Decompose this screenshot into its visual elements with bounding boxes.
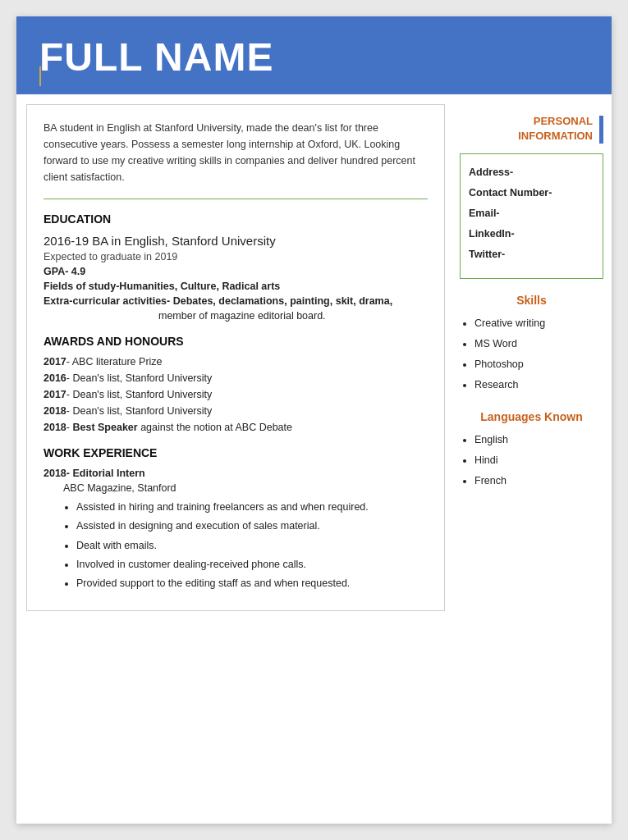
skill-1: Creative writing (474, 313, 603, 334)
work-section: WORK EXPERIENCE 2018- Editorial Intern A… (44, 446, 428, 592)
award-item-2: 2016- Dean's list, Stanford University (44, 372, 428, 384)
body-section: BA student in English at Stanford Univer… (16, 94, 612, 621)
award-bold-5: Best Speaker (72, 422, 137, 433)
languages-list: English Hindi French (474, 430, 603, 491)
header-section: FULL NAME (16, 16, 612, 94)
extra-value: - Debates, declamations, painting, skit,… (167, 295, 392, 307)
skills-list: Creative writing MS Word Photoshop Resea… (474, 313, 603, 395)
award-text-1: - ABC literature Prize (66, 356, 163, 368)
award-item-5: 2018- Best Speaker against the notion at… (44, 422, 428, 433)
summary-text: BA student in English at Stanford Univer… (44, 120, 428, 199)
skill-2: MS Word (474, 334, 603, 354)
full-name: FULL NAME (39, 34, 589, 80)
award-year-3: 2017 (44, 389, 66, 400)
personal-info-box: Address- Contact Number- Email- LinkedIn… (460, 153, 603, 279)
award-year-1: 2017 (44, 356, 66, 368)
personal-info-title: PERSONALINFORMATION (460, 114, 593, 144)
work-job-title: 2018- Editorial Intern (44, 468, 428, 479)
header-accent-line (39, 66, 41, 86)
gpa-label: GPA (44, 266, 65, 277)
left-column: BA student in English at Stanford Univer… (26, 104, 445, 611)
linkedin-label: LinkedIn- (469, 224, 594, 244)
education-gpa: GPA- 4.9 (44, 266, 428, 277)
award-year-2: 2016 (44, 372, 66, 384)
languages-section: Languages Known English Hindi French (460, 410, 603, 491)
work-bullet-1: Assisted in hiring and training freelanc… (76, 499, 428, 516)
extra-label: Extra-curricular activities (44, 295, 167, 307)
award-item-4: 2018- Dean's list, Stanford University (44, 405, 428, 417)
education-extra-cont: member of magazine editorial board. (158, 310, 428, 322)
personal-info-accent (599, 116, 603, 144)
award-year-4: 2018 (44, 405, 66, 417)
address-label: Address- (469, 162, 594, 183)
twitter-label: Twitter- (469, 244, 594, 265)
contact-label: Contact Number- (469, 183, 594, 203)
award-text-4: - Dean's list, Stanford University (66, 405, 212, 417)
work-company: ABC Magazine, Stanford (63, 482, 428, 494)
language-1: English (474, 430, 603, 450)
right-column: PERSONALINFORMATION Address- Contact Num… (452, 104, 612, 621)
education-extra: Extra-curricular activities- Debates, de… (44, 295, 428, 307)
awards-section: AWARDS AND HONOURS 2017- ABC literature … (44, 335, 428, 433)
fields-label: Fields of study (44, 281, 116, 292)
award-text-2: - Dean's list, Stanford University (66, 372, 212, 384)
work-bullet-4: Involved in customer dealing-received ph… (76, 556, 428, 573)
work-bullet-2: Assisted in designing and execution of s… (76, 518, 428, 535)
skill-3: Photoshop (474, 354, 603, 375)
skill-4: Research (474, 375, 603, 395)
award-text-5b: against the notion at ABC Debate (138, 422, 292, 433)
language-2: Hindi (474, 450, 603, 471)
award-item-3: 2017- Dean's list, Stanford University (44, 389, 428, 400)
work-bullet-5: Provided support to the editing staff as… (76, 575, 428, 592)
award-year-5: 2018 (44, 422, 66, 433)
awards-title: AWARDS AND HONOURS (44, 335, 428, 348)
education-title: EDUCATION (44, 212, 428, 226)
personal-info-header: PERSONALINFORMATION (460, 114, 603, 144)
languages-title: Languages Known (460, 410, 603, 423)
gpa-value: - 4.9 (65, 266, 85, 277)
fields-value: -Humanities, Culture, Radical arts (116, 281, 280, 292)
skills-title: Skills (460, 294, 603, 307)
education-degree: 2016-19 BA in English, Stanford Universi… (44, 234, 428, 248)
education-section: EDUCATION 2016-19 BA in English, Stanfor… (44, 212, 428, 322)
award-item-1: 2017- ABC literature Prize (44, 356, 428, 368)
education-expected: Expected to graduate in 2019 (44, 251, 428, 262)
work-bullets-list: Assisted in hiring and training freelanc… (76, 499, 428, 592)
email-label: Email- (469, 203, 594, 224)
education-fields: Fields of study-Humanities, Culture, Rad… (44, 281, 428, 292)
work-title: WORK EXPERIENCE (44, 446, 428, 459)
resume-page: FULL NAME BA student in English at Stanf… (16, 16, 612, 824)
award-text-3: - Dean's list, Stanford University (66, 389, 212, 400)
work-bullet-3: Dealt with emails. (76, 537, 428, 555)
language-3: French (474, 471, 603, 491)
skills-section: Skills Creative writing MS Word Photosho… (460, 294, 603, 395)
